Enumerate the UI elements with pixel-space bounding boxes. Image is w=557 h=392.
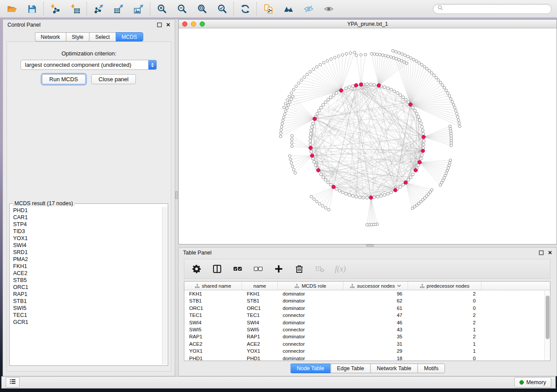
hide-selected-button[interactable] (302, 2, 315, 15)
splitter-grip[interactable] (366, 244, 374, 247)
table-cell: 46 (343, 319, 408, 326)
table-cell: connector (278, 347, 343, 354)
table-row[interactable]: SWI5SWI5connector431 (184, 326, 550, 333)
float-panel-icon[interactable] (539, 250, 544, 255)
mcds-result-item[interactable]: GCR1 (10, 319, 162, 326)
column-header-successor-nodes[interactable]: successor nodes (343, 282, 408, 290)
open-file-button[interactable] (5, 2, 18, 15)
zoom-out-button[interactable] (175, 2, 188, 15)
zoom-selected-button[interactable] (215, 2, 228, 15)
select-all-button[interactable] (232, 263, 243, 275)
column-header-name[interactable]: name (242, 282, 278, 290)
zoom-fit-button[interactable] (195, 2, 208, 15)
memory-button[interactable]: Memory (514, 377, 551, 388)
close-panel-button[interactable]: Close panel (91, 74, 136, 84)
table-cell: ACE2 (242, 340, 278, 347)
run-mcds-button[interactable]: Run MCDS (42, 74, 86, 84)
save-button[interactable] (25, 2, 38, 15)
mcds-result-item[interactable]: CAR1 (10, 214, 162, 221)
deselect-all-button[interactable] (253, 263, 264, 275)
optimization-criterion-label: Optimization criterion: (7, 50, 171, 57)
toolbar-group (5, 2, 38, 15)
mcds-result-item[interactable]: FKH1 (10, 263, 162, 270)
mcds-result-item[interactable]: PHD1 (10, 207, 162, 214)
export-image-button[interactable] (132, 2, 145, 15)
add-row-icon (274, 264, 284, 274)
close-panel-icon[interactable]: ✕ (166, 22, 170, 28)
table-cell-filler (481, 340, 550, 347)
zoom-in-button[interactable] (155, 2, 168, 15)
mcds-result-item[interactable]: YOX1 (10, 235, 162, 242)
table-row[interactable]: STB1STB1dominator620 (184, 297, 550, 304)
tab-network-table[interactable]: Network Table (370, 364, 418, 373)
mcds-result-item[interactable]: STB1 (10, 298, 162, 305)
mcds-result-item[interactable]: SWI4 (10, 242, 162, 249)
table-row[interactable]: YOX1YOX1connector291 (184, 347, 550, 354)
table-row[interactable]: FKH1FKH1dominator962 (184, 290, 550, 297)
tab-style[interactable]: Style (66, 32, 89, 41)
column-layout-button[interactable] (211, 263, 223, 275)
table-row[interactable]: SWI4SWI4dominator462 (184, 319, 550, 326)
table-cell: 18 (343, 355, 408, 361)
mcds-result-item[interactable]: ACE2 (10, 270, 162, 277)
mcds-result-item[interactable]: PMA2 (10, 256, 162, 263)
table-scrollbar[interactable] (544, 290, 550, 361)
import-network-button[interactable] (48, 2, 62, 15)
close-panel-icon[interactable]: ✕ (548, 250, 552, 255)
table-row[interactable]: ACE2ACE2connector311 (184, 340, 550, 347)
delete-row-button[interactable] (294, 263, 305, 275)
mcds-result-item[interactable]: RAP1 (10, 291, 162, 298)
table-row[interactable]: RAP1RAP1dominator352 (184, 333, 550, 340)
table-scrollbar-thumb[interactable] (546, 296, 550, 339)
export-network-button[interactable] (92, 2, 105, 15)
network-window-title: YPA_prune.txt_1 (179, 21, 557, 27)
export-image-icon (134, 4, 144, 14)
tab-edge-table[interactable]: Edge Table (330, 364, 370, 373)
table-row[interactable]: PHD1PHD1dominator180 (184, 355, 550, 361)
mcds-result-item[interactable]: TEC1 (10, 312, 162, 319)
network-graph[interactable] (179, 28, 557, 244)
column-header-predecessor-nodes[interactable]: predecessor nodes (408, 282, 481, 290)
mcds-result-item[interactable]: ORC1 (10, 284, 162, 291)
refresh-button[interactable] (239, 2, 252, 15)
toolbar-group (155, 2, 228, 15)
mcds-result-item[interactable]: STB5 (10, 277, 162, 284)
column-header-MCDS-role[interactable]: MCDS role (278, 282, 343, 290)
import-table-button[interactable] (69, 2, 82, 15)
column-header-shared-name[interactable]: shared name (184, 282, 242, 290)
tab-network[interactable]: Network (35, 32, 66, 41)
tab-mcds[interactable]: MCDS (115, 32, 143, 41)
mcds-result-item[interactable]: SRD1 (10, 249, 162, 256)
duplicate-network-button[interactable] (262, 2, 275, 15)
panel-divider-vertical[interactable] (175, 19, 178, 376)
table-cell-filler (481, 333, 550, 340)
divider-grip[interactable] (175, 191, 178, 199)
show-all-button[interactable] (322, 2, 335, 15)
toolbar-separator (150, 2, 150, 15)
table-row[interactable]: ORC1ORC1dominator610 (184, 305, 550, 312)
table-cell: SWI4 (242, 319, 278, 326)
add-row-button[interactable] (273, 263, 284, 275)
optimization-criterion-select[interactable]: largest connected component (undirected) (21, 60, 157, 70)
mcds-list-scrollbar[interactable] (162, 207, 167, 364)
tab-select[interactable]: Select (89, 32, 115, 41)
search-input[interactable] (446, 6, 547, 12)
table-cell-filler (481, 290, 550, 297)
mcds-result-item[interactable]: STP4 (10, 221, 162, 228)
table-panel-tabs: Node TableEdge TableNetwork TableMotifs (290, 364, 445, 373)
table-cell: dominator (278, 355, 343, 361)
settings-gear-button[interactable] (191, 263, 202, 275)
tab-node-table[interactable]: Node Table (290, 364, 330, 373)
panel-list-button[interactable] (6, 377, 20, 388)
tab-motifs[interactable]: Motifs (417, 364, 445, 373)
network-canvas[interactable] (179, 28, 557, 244)
mcds-result-item[interactable]: SWI5 (10, 305, 162, 312)
chevron-down-icon[interactable] (397, 285, 401, 287)
table-row[interactable]: TEC1TEC1connector472 (184, 312, 550, 319)
first-neighbors-button[interactable] (282, 2, 295, 15)
mcds-result-item[interactable]: TID3 (10, 228, 162, 235)
export-table-button[interactable] (112, 2, 125, 15)
float-panel-icon[interactable] (157, 22, 162, 28)
table-cell: dominator (278, 297, 343, 304)
table-panel-title: Table Panel (183, 250, 211, 256)
